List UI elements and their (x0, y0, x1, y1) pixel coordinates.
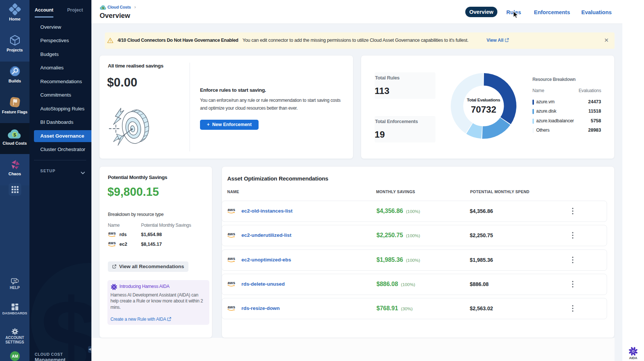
svg-text:?: ? (13, 279, 15, 283)
svg-text:$: $ (13, 132, 16, 138)
svg-text:$: $ (102, 7, 104, 10)
